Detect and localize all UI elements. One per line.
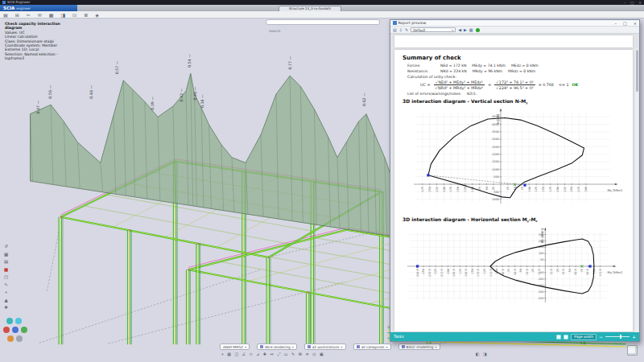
layout-single-icon[interactable] <box>556 335 561 339</box>
grid-icon[interactable]: ▦ <box>49 12 54 19</box>
report-content[interactable]: Summary of check Forces:NEd = 172 kNMEdy… <box>390 34 639 334</box>
report-minimize-button[interactable]: – <box>615 21 617 26</box>
check-status: OK <box>572 83 579 87</box>
report-maximize-button[interactable]: □ <box>623 21 627 26</box>
edit-icon[interactable]: ✎ <box>405 27 408 33</box>
add-icon[interactable]: ✚ <box>4 305 8 310</box>
view-orange-button[interactable] <box>7 335 14 342</box>
viewport-corner-buttons <box>2 316 31 345</box>
new-document-icon[interactable]: ▤ <box>3 12 8 19</box>
brand-name: SCIA <box>3 6 14 10</box>
view-blue-button[interactable] <box>12 327 19 333</box>
list-icon[interactable]: ≡ <box>305 352 308 357</box>
main-toolbar: ▤⊞✂✉▦◨⊡≣◈ <box>0 11 644 19</box>
minimize-button[interactable]: – <box>624 1 625 5</box>
layers-icon[interactable]: ▤ <box>4 259 8 264</box>
open-project-icon[interactable]: ⊞ <box>15 12 19 19</box>
page-prev-icon[interactable]: ◀ <box>458 27 461 33</box>
snap-target-icon[interactable]: ⌖ <box>221 352 224 357</box>
svg-text:-50: -50 <box>519 269 522 274</box>
svg-text:-175: -175 <box>449 187 452 193</box>
chevron-down-icon: ▾ <box>386 345 388 349</box>
cut-icon[interactable]: ✂ <box>27 12 31 19</box>
view-teal-button[interactable] <box>6 318 13 324</box>
view-green-button[interactable] <box>21 327 27 333</box>
report-scrollbar[interactable] <box>635 48 638 334</box>
page-width-button[interactable]: Page width <box>571 334 597 340</box>
view-settings-bar: ANAT-MRSZ▾ Wire rendering▾ all workstati… <box>220 343 440 350</box>
svg-text:-150: -150 <box>456 187 460 193</box>
edit-icon[interactable]: ✎ <box>4 282 8 287</box>
page-next-icon[interactable]: ▶ <box>464 27 467 33</box>
report-icon <box>393 21 397 25</box>
table-icon[interactable]: ▦ <box>469 27 473 33</box>
up-icon[interactable]: ▲ <box>4 298 7 302</box>
triangle-icon[interactable]: ⊿ <box>256 352 259 357</box>
zoom-out-button[interactable]: − <box>599 335 603 339</box>
view-icon[interactable]: ◈ <box>95 12 99 19</box>
svg-text:150: 150 <box>542 187 545 191</box>
mesh-icon[interactable]: ▦ <box>4 252 8 257</box>
print-icon[interactable]: ▤ <box>393 27 397 33</box>
maximize-button[interactable]: □ <box>630 1 634 5</box>
rendering-selector[interactable]: Wire rendering▾ <box>257 343 297 350</box>
svg-text:175: 175 <box>549 187 552 191</box>
svg-text:12.5: 12.5 <box>550 269 553 275</box>
cross-icon[interactable]: ✚ <box>263 352 266 357</box>
unity-check-value: 0.56 — <box>48 85 52 99</box>
box-icon[interactable]: ▭ <box>284 352 288 357</box>
resize-icon[interactable]: ⤢ <box>277 352 280 357</box>
table-icon[interactable]: ⊞ <box>299 352 302 357</box>
section-icon[interactable]: ◳ <box>4 274 8 279</box>
force-ned: NEd = 172 kN <box>440 64 466 68</box>
undo-icon[interactable]: ↺ <box>4 244 8 249</box>
clock-icon[interactable]: ◷ <box>312 352 316 357</box>
render-icon[interactable]: ◨ <box>60 12 65 19</box>
preset-dropdown[interactable]: Default▾ <box>411 27 456 33</box>
category-label: all categories <box>361 345 385 349</box>
draw-icon[interactable]: ✎ <box>291 352 295 357</box>
report-titlebar[interactable]: Report preview – □ × <box>390 20 639 27</box>
zoom-in-button[interactable]: + <box>632 335 636 339</box>
svg-text:-250: -250 <box>428 187 431 193</box>
input-panel-selector[interactable]: Basic modelling▾ <box>398 343 440 350</box>
report-close-button[interactable]: × <box>634 21 637 26</box>
formula-symbolic-fraction: NEd² + MEdy² + MEdz² NRd² + MRdy² + MRdz… <box>433 80 485 90</box>
scia-logo: SCIA engineer <box>0 5 77 11</box>
send-icon[interactable]: ✉ <box>38 12 42 19</box>
navigation-cube[interactable] <box>627 345 638 356</box>
target-icon[interactable]: ⌖ <box>5 290 7 294</box>
angle-icon[interactable]: ∠ <box>242 352 246 357</box>
export-icon[interactable]: ⇩ <box>399 27 402 33</box>
zoom-slider[interactable] <box>605 336 630 337</box>
regenerate-icon[interactable] <box>476 28 480 32</box>
svg-text:-175: -175 <box>459 269 462 275</box>
report-toolbar: Default▾ ▤⇩✎◀▶▦ <box>390 27 639 34</box>
node-icon[interactable]: ◇ <box>250 352 253 357</box>
close-button[interactable]: × <box>638 1 642 5</box>
view-cyan-button[interactable] <box>15 318 22 324</box>
alert-red-button[interactable] <box>3 327 10 333</box>
list-icon[interactable]: ≣ <box>84 12 88 19</box>
app-icon <box>2 1 6 4</box>
unity-check-area-diagram: 0.56 —0.47 —0.48 —0.57 —0.39 —0.43 —0.54… <box>31 54 394 237</box>
svg-text:-500: -500 <box>493 175 499 178</box>
grid-snap-icon[interactable]: ▦ <box>227 352 231 357</box>
view-gray-button[interactable] <box>16 335 23 342</box>
axis-icon[interactable]: ↔ <box>270 352 274 357</box>
scrollbar-thumb[interactable] <box>636 50 638 92</box>
unity-check-value: 0.39 — <box>151 97 155 110</box>
document-tab[interactable]: Structure 13_3-ru-fundatii <box>279 6 341 11</box>
stop-icon[interactable]: ■ <box>4 267 8 272</box>
select-icon[interactable]: ⊡ <box>72 12 76 19</box>
filled-box-icon[interactable]: ▣ <box>320 352 324 357</box>
category-filter[interactable]: all categories▾ <box>353 343 391 350</box>
plane-icon[interactable]: ◫ <box>235 352 239 357</box>
half-right-icon[interactable]: ◨ <box>483 352 487 357</box>
half-left-icon[interactable]: ◧ <box>476 352 480 357</box>
svg-text:-100: -100 <box>538 278 544 281</box>
zoom-slider-thumb[interactable] <box>620 335 621 339</box>
workstation-filter[interactable]: all workstations▾ <box>304 343 346 350</box>
layout-double-icon[interactable] <box>564 335 568 339</box>
load-case-selector[interactable]: ANAT-MRSZ▾ <box>220 343 250 350</box>
